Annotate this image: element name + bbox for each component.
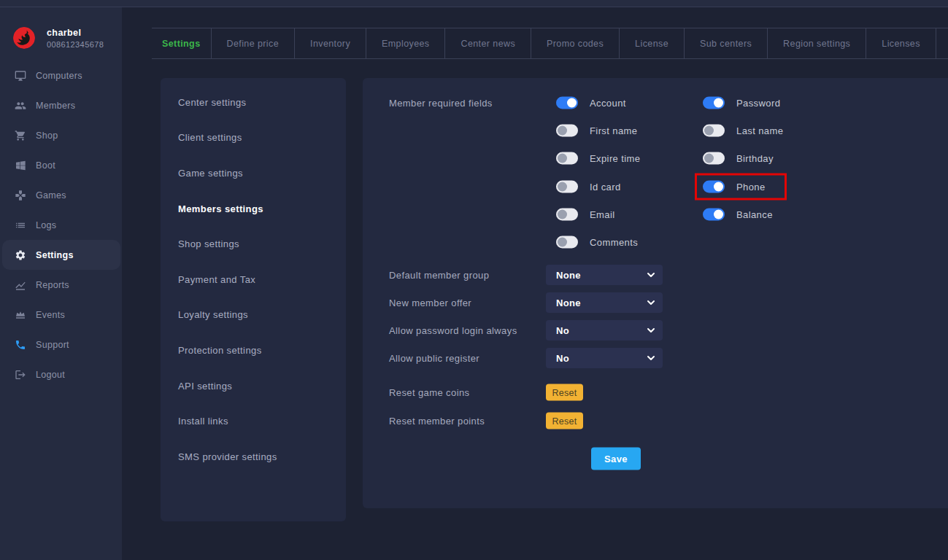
settings-nav-install-links[interactable]: Install links [161,403,346,439]
toggle-item-id-card: Id card [556,181,621,193]
save-button[interactable]: Save [591,448,641,470]
sidebar: charbel 008612345678 Computers Members S… [0,7,122,560]
sidebar-item-computers[interactable]: Computers [0,61,122,90]
tab-define-price[interactable]: Define price [212,28,296,58]
tab-center-news[interactable]: Center news [445,28,531,58]
sidebar-item-boot[interactable]: Boot [0,150,122,180]
tab-settings[interactable]: Settings [152,28,212,58]
tab-label: Define price [227,39,280,49]
settings-nav-label: Protection settings [178,345,262,356]
field-label: Reset game coins [389,387,469,398]
reset-game-coins-button[interactable]: Reset [546,384,583,401]
toggle-row: Expire time Birthday [363,144,948,172]
tab-inventory[interactable]: Inventory [295,28,366,58]
first-name-toggle[interactable] [556,125,578,137]
default-member-group-select[interactable]: None [546,265,663,285]
field-label: Allow password login always [389,325,517,336]
dropdown-row: New member offer None [363,289,948,316]
save-row: Save [363,445,948,472]
settings-nav-center-settings[interactable]: Center settings [161,85,346,120]
reset-member-points-button[interactable]: Reset [546,413,583,429]
password-toggle[interactable] [703,97,725,109]
comments-toggle[interactable] [556,236,578,249]
tab-promo-codes[interactable]: Promo codes [531,28,620,58]
sidebar-item-reports[interactable]: Reports [0,270,122,300]
phone-highlight-box: Phone [695,174,787,201]
toggle-label: Phone [736,182,766,192]
settings-nav-api-settings[interactable]: API settings [161,368,346,404]
toggle-label: Expire time [590,153,640,164]
email-toggle[interactable] [556,209,578,221]
toggle-label: Comments [590,237,638,248]
settings-nav-members-settings[interactable]: Members settings [161,191,346,227]
toggle-knob [704,126,714,136]
settings-nav-shop-settings[interactable]: Shop settings [161,226,346,262]
boot-icon [15,160,26,171]
dropdown-row: Default member group None [363,261,948,289]
tab-sub-centers[interactable]: Sub centers [685,28,768,58]
toggle-item-email: Email [556,209,615,221]
logout-icon [15,369,26,381]
tab-bar: Settings Define price Inventory Employee… [152,28,948,59]
sidebar-item-events[interactable]: Events [0,300,122,330]
sidebar-item-members[interactable]: Members [0,90,122,120]
settings-nav-game-settings[interactable]: Game settings [161,155,346,191]
expire-time-toggle[interactable] [556,152,578,165]
select-value: None [556,270,581,281]
new-member-offer-select[interactable]: None [546,292,663,313]
id-card-toggle[interactable] [556,181,578,193]
settings-gear-icon [15,249,26,261]
chevron-down-icon [647,298,655,307]
tab-label: Inventory [310,39,350,49]
toggle-row: Id card Phone [363,173,948,201]
toggle-knob [714,98,723,108]
toggle-label: Birthday [736,153,774,164]
allow-password-login-always-select[interactable]: No [546,320,663,341]
content-area: Settings Define price Inventory Employee… [122,7,948,560]
sidebar-item-label: Logout [36,370,65,380]
sidebar-item-support[interactable]: Support [0,330,122,359]
tab-license[interactable]: License [620,28,685,58]
birthday-toggle[interactable] [703,152,725,165]
toggle-knob [558,182,567,192]
toggle-item-last-name: Last name [703,125,783,137]
settings-nav-protection-settings[interactable]: Protection settings [161,332,346,368]
account-toggle[interactable] [556,97,578,109]
sidebar-item-label: Support [36,340,69,350]
tab-idc-games[interactable]: IDC games [936,28,948,58]
user-profile[interactable]: charbel 008612345678 [13,27,104,49]
settings-nav-label: SMS provider settings [178,451,277,462]
sidebar-item-logs[interactable]: Logs [0,210,122,240]
settings-nav-payment-and-tax[interactable]: Payment and Tax [161,262,346,298]
tab-region-settings[interactable]: Region settings [768,28,866,58]
dropdown-row: Allow password login always No [363,316,948,344]
balance-toggle[interactable] [703,209,725,221]
tab-employees[interactable]: Employees [366,28,445,58]
settings-nav-card: Center settings Client settings Game set… [161,78,346,521]
settings-nav-label: Members settings [178,203,263,214]
field-label: New member offer [389,298,471,308]
settings-nav-label: Loyalty settings [178,309,248,320]
allow-public-register-select[interactable]: No [546,348,663,368]
members-icon [15,100,26,112]
sidebar-item-logout[interactable]: Logout [0,359,122,389]
last-name-toggle[interactable] [703,125,725,137]
settings-nav-loyalty-settings[interactable]: Loyalty settings [161,298,346,333]
sidebar-item-label: Members [36,101,75,111]
crown-icon [15,309,26,321]
sidebar-item-shop[interactable]: Shop [0,120,122,150]
settings-nav-sms-provider-settings[interactable]: SMS provider settings [161,439,346,475]
tab-label: License [635,39,668,49]
settings-nav-label: Center settings [178,97,246,108]
settings-nav-client-settings[interactable]: Client settings [161,120,346,156]
tab-licenses[interactable]: Licenses [866,28,936,58]
toggle-knob [558,238,567,247]
sidebar-item-settings[interactable]: Settings [2,240,120,270]
toggle-knob [558,210,567,219]
field-label: Allow public register [389,353,479,364]
sidebar-item-label: Boot [36,160,55,171]
toggle-knob [558,154,567,163]
tab-label: Center news [460,39,515,49]
sidebar-item-games[interactable]: Games [0,180,122,210]
phone-toggle[interactable] [703,181,725,193]
